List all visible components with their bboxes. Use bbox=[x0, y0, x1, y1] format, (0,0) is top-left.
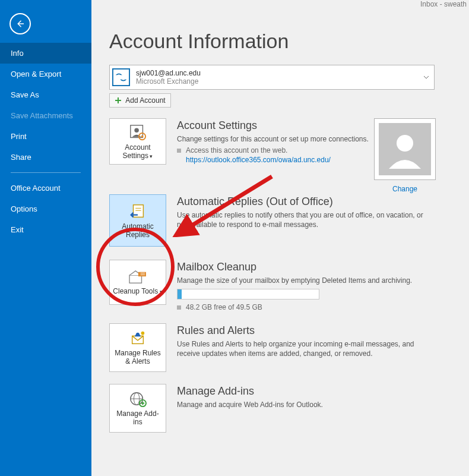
svg-rect-13 bbox=[138, 272, 146, 276]
account-email: sjw001@ad.unc.edu bbox=[136, 69, 201, 77]
owa-link[interactable]: https://outlook.office365.com/owa/ad.unc… bbox=[186, 156, 331, 164]
section-heading: Account Settings bbox=[177, 119, 369, 132]
avatar-frame bbox=[374, 118, 436, 180]
section-heading: Manage Add-ins bbox=[177, 385, 323, 398]
sidebar-item-save-attachments: Save Attachments bbox=[0, 105, 91, 126]
account-selector[interactable]: sjw001@ad.unc.edu Microsoft Exchange bbox=[109, 65, 435, 90]
svg-point-8 bbox=[397, 135, 413, 152]
section-desc: Change settings for this account or set … bbox=[177, 134, 369, 144]
rules-alerts-section: Manage Rules & Alerts Rules and Alerts U… bbox=[109, 323, 469, 372]
rules-icon bbox=[129, 330, 147, 347]
account-type: Microsoft Exchange bbox=[136, 77, 201, 86]
content-area: Account Information sjw001@ad.unc.edu Mi… bbox=[91, 0, 469, 476]
tile-label: Automatic Replies bbox=[112, 223, 163, 239]
sidebar-item-label: Share bbox=[11, 153, 31, 162]
automatic-replies-button[interactable]: Automatic Replies bbox=[109, 194, 166, 247]
section-desc: Manage the size of your mailbox by empty… bbox=[177, 276, 412, 285]
sidebar-item-label: Open & Export bbox=[11, 70, 61, 78]
sidebar-item-label: Office Account bbox=[11, 184, 61, 193]
storage-text: 48.2 GB free of 49.5 GB bbox=[186, 303, 262, 311]
mailbox-cleanup-section: Cleanup Tools ▾ Mailbox Cleanup Manage t… bbox=[109, 260, 469, 311]
cleanup-tools-button[interactable]: Cleanup Tools ▾ bbox=[109, 260, 166, 305]
section-desc: Use automatic replies to notify others t… bbox=[177, 210, 426, 229]
section-heading: Mailbox Cleanup bbox=[177, 261, 412, 273]
exchange-icon bbox=[112, 68, 130, 86]
sidebar-item-save-as[interactable]: Save As bbox=[0, 84, 91, 105]
sidebar-item-office-account[interactable]: Office Account bbox=[0, 178, 91, 198]
tile-label: Cleanup Tools ▾ bbox=[113, 288, 162, 296]
bullet-icon bbox=[177, 305, 181, 310]
svg-rect-1 bbox=[113, 69, 129, 86]
storage-progress-bar bbox=[177, 289, 319, 300]
manage-rules-button[interactable]: Manage Rules & Alerts bbox=[109, 323, 166, 372]
bullet-icon bbox=[177, 149, 181, 153]
automatic-replies-section: Automatic Replies Automatic Replies (Out… bbox=[109, 194, 469, 247]
account-settings-icon bbox=[129, 124, 147, 141]
back-button[interactable] bbox=[9, 13, 31, 34]
section-desc: Manage and acquire Web Add-ins for Outlo… bbox=[177, 400, 323, 409]
plus-icon bbox=[115, 97, 122, 104]
sidebar-item-share[interactable]: Share bbox=[0, 147, 91, 168]
auto-reply-icon bbox=[129, 203, 147, 220]
tile-label: Manage Rules & Alerts bbox=[112, 349, 163, 366]
section-heading: Rules and Alerts bbox=[177, 324, 426, 337]
sidebar-item-options[interactable]: Options bbox=[0, 198, 91, 219]
manage-addins-section: Manage Add-ins Manage Add-ins Manage and… bbox=[109, 384, 469, 433]
section-heading: Automatic Replies (Out of Office) bbox=[177, 196, 426, 208]
manage-addins-button[interactable]: Manage Add-ins bbox=[109, 384, 166, 433]
chevron-down-icon bbox=[423, 74, 429, 80]
sidebar-item-label: Save As bbox=[11, 90, 39, 99]
addins-icon bbox=[129, 391, 147, 408]
sidebar-item-label: Options bbox=[11, 204, 37, 213]
avatar-placeholder-icon bbox=[384, 128, 426, 170]
file-sidebar: Info Open & Export Save As Save Attachme… bbox=[0, 0, 91, 476]
web-access-text: Access this account on the web. bbox=[186, 146, 287, 155]
svg-point-5 bbox=[134, 128, 139, 133]
sidebar-item-label: Info bbox=[11, 49, 24, 58]
page-title: Account Information bbox=[109, 30, 469, 53]
storage-progress-fill bbox=[178, 289, 182, 299]
sidebar-item-print[interactable]: Print bbox=[0, 126, 91, 147]
account-settings-button[interactable]: Account Settings ▾ bbox=[109, 118, 166, 165]
sidebar-item-label: Exit bbox=[11, 225, 24, 234]
svg-point-7 bbox=[141, 135, 144, 138]
arrow-left-icon bbox=[15, 18, 26, 29]
sidebar-item-open-export[interactable]: Open & Export bbox=[0, 64, 91, 84]
sidebar-divider bbox=[11, 172, 81, 173]
profile-photo: Change bbox=[374, 118, 436, 193]
add-account-button[interactable]: Add Account bbox=[109, 93, 171, 108]
sidebar-item-exit[interactable]: Exit bbox=[0, 219, 91, 240]
change-photo-link[interactable]: Change bbox=[374, 185, 436, 193]
window-title: Inbox - sweath bbox=[420, 0, 467, 12]
account-settings-section: Account Settings ▾ Account Settings Chan… bbox=[109, 118, 469, 165]
svg-point-18 bbox=[141, 332, 145, 335]
tile-label: Account Settings ▾ bbox=[112, 144, 163, 160]
cleanup-icon bbox=[128, 270, 147, 285]
tile-label: Manage Add-ins bbox=[112, 410, 163, 427]
svg-rect-12 bbox=[129, 275, 141, 283]
sidebar-item-info[interactable]: Info bbox=[0, 43, 91, 64]
sidebar-item-label: Save Attachments bbox=[11, 111, 73, 120]
section-desc: Use Rules and Alerts to help organize yo… bbox=[177, 339, 426, 358]
sidebar-item-label: Print bbox=[11, 132, 27, 141]
add-account-label: Add Account bbox=[125, 96, 165, 105]
